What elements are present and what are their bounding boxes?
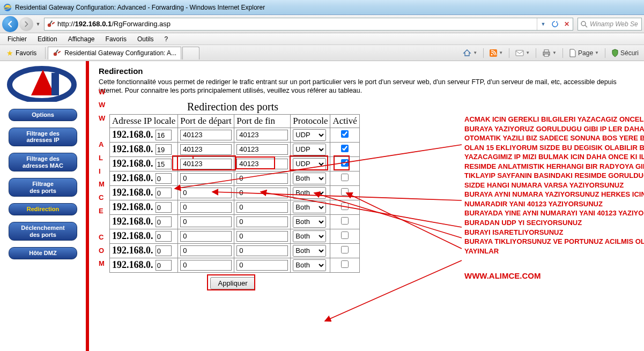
active-checkbox[interactable] [341, 203, 349, 210]
port-start-input[interactable] [180, 130, 232, 140]
menu-help[interactable]: ? [159, 34, 174, 44]
active-checkbox[interactable] [341, 188, 349, 196]
address-bar[interactable]: http://192.168.0.1/RgForwarding.asp ▼ ✕ [44, 18, 573, 31]
ip-input[interactable] [156, 216, 172, 227]
ip-input[interactable] [156, 144, 172, 155]
active-checkbox[interactable] [341, 130, 349, 138]
port-end-input[interactable] [236, 202, 288, 213]
port-start-input[interactable] [180, 202, 232, 213]
page-menu[interactable]: Page▼ [566, 48, 602, 58]
sidebar-item-1[interactable]: Filtrage desadresses IP [9, 128, 77, 146]
history-dropdown[interactable]: ▼ [34, 21, 42, 27]
active-checkbox[interactable] [341, 159, 349, 167]
ip-input[interactable] [156, 260, 172, 271]
home-button[interactable]: ▼ [460, 48, 480, 58]
print-button[interactable]: ▼ [539, 48, 560, 58]
ip-input[interactable] [156, 188, 172, 198]
protocol-select[interactable]: UDPTCPBoth [293, 144, 326, 155]
sidebar-item-0[interactable]: Options [9, 109, 77, 121]
ip-input[interactable] [156, 173, 172, 184]
sidebar-item-2[interactable]: Filtrage desadresses MAC [9, 153, 77, 171]
back-button[interactable] [2, 16, 18, 32]
arrow-left-icon [6, 20, 14, 28]
stop-button[interactable]: ✕ [561, 18, 573, 30]
mail-button[interactable]: ▼ [512, 48, 533, 58]
ip-input[interactable] [156, 245, 172, 256]
port-end-input[interactable] [236, 260, 288, 271]
port-start-input[interactable] [180, 245, 232, 256]
page-heading: Redirection [99, 66, 640, 76]
tabbar: ★ Favoris Residential Gateway Configurat… [0, 45, 644, 61]
feeds-button[interactable]: ▼ [486, 48, 506, 58]
sidebar-item-6[interactable]: Hôte DMZ [9, 247, 77, 259]
active-checkbox[interactable] [341, 260, 349, 268]
address-dropdown[interactable]: ▼ [537, 18, 549, 30]
new-tab-button[interactable] [182, 47, 199, 59]
sidebar: OptionsFiltrage desadresses IPFiltrage d… [0, 61, 86, 351]
sidebar-item-4[interactable]: Redirection [9, 203, 77, 215]
sidebar-item-3[interactable]: Filtragedes ports [9, 178, 77, 197]
port-end-input[interactable] [236, 159, 288, 169]
address-text: http://192.168.0.1/RgForwarding.asp [57, 20, 537, 28]
menubar: Fichier Edition Affichage Favoris Outils… [0, 33, 644, 45]
protocol-select[interactable]: UDPTCPBoth [293, 216, 326, 228]
port-end-input[interactable] [236, 130, 288, 140]
menu-view[interactable]: Affichage [63, 34, 100, 44]
col-end: Port de fin [234, 114, 291, 128]
forward-button[interactable] [19, 17, 33, 31]
protocol-select[interactable]: UDPTCPBoth [293, 245, 326, 257]
refresh-button[interactable] [549, 18, 561, 30]
search-box[interactable]: Winamp Web Se [578, 18, 642, 31]
active-checkbox[interactable] [341, 246, 349, 253]
port-end-input[interactable] [236, 231, 288, 242]
apply-button[interactable]: Appliquer [210, 277, 256, 289]
menu-favorites[interactable]: Favoris [100, 34, 132, 44]
protocol-select[interactable]: UDPTCPBoth [293, 259, 326, 271]
search-icon [580, 20, 588, 28]
active-checkbox[interactable] [341, 145, 349, 152]
ip-prefix: 192.168.0. [112, 230, 153, 241]
menu-edit[interactable]: Edition [32, 34, 63, 44]
port-start-input[interactable] [180, 173, 232, 184]
active-checkbox[interactable] [341, 217, 349, 225]
favorites-button[interactable]: ★ Favoris [2, 48, 41, 58]
port-end-input[interactable] [236, 173, 288, 184]
protocol-select[interactable]: UDPTCPBoth [293, 129, 326, 141]
port-start-input[interactable] [180, 159, 232, 169]
port-start-input[interactable] [180, 231, 232, 242]
ip-input[interactable] [156, 130, 172, 140]
ip-prefix: 192.168.0. [112, 173, 153, 183]
svg-rect-17 [51, 73, 59, 95]
menu-file[interactable]: Fichier [2, 34, 32, 44]
table-row: 192.168.0. UDPTCPBoth [110, 171, 360, 185]
protocol-select[interactable]: UDPTCPBoth [293, 173, 326, 184]
ip-input[interactable] [156, 231, 172, 242]
protocol-select[interactable]: UDPTCPBoth [293, 201, 326, 213]
svg-rect-15 [544, 54, 549, 56]
browser-tab[interactable]: Residential Gateway Configuration: A... [48, 47, 181, 59]
port-start-input[interactable] [180, 260, 232, 271]
annotation-left-letters: WWW ALIMCE COM [99, 86, 105, 271]
menu-tools[interactable]: Outils [132, 34, 159, 44]
ip-prefix: 192.168.0. [112, 187, 153, 198]
svg-rect-12 [516, 50, 523, 56]
active-checkbox[interactable] [341, 231, 349, 239]
port-start-input[interactable] [180, 144, 232, 155]
ip-prefix: 192.168.0. [112, 201, 153, 212]
security-menu[interactable]: Sécuri [608, 48, 642, 58]
port-start-input[interactable] [180, 188, 232, 198]
protocol-select[interactable]: UDPTCPBoth [293, 230, 326, 242]
ip-input[interactable] [156, 202, 172, 213]
port-start-input[interactable] [180, 216, 232, 227]
port-end-input[interactable] [236, 216, 288, 227]
table-title: Redirection des ports [109, 101, 356, 113]
sidebar-item-5[interactable]: Déclenchementdes ports [9, 222, 77, 241]
port-end-input[interactable] [236, 144, 288, 155]
protocol-select[interactable]: UDPTCPBoth [293, 187, 326, 199]
port-end-input[interactable] [236, 245, 288, 256]
table-row: 192.168.0. UDPTCPBoth [110, 128, 360, 142]
port-end-input[interactable] [236, 188, 288, 198]
ip-input[interactable] [156, 159, 172, 169]
active-checkbox[interactable] [341, 174, 349, 181]
protocol-select[interactable]: UDPTCPBoth [293, 158, 326, 170]
